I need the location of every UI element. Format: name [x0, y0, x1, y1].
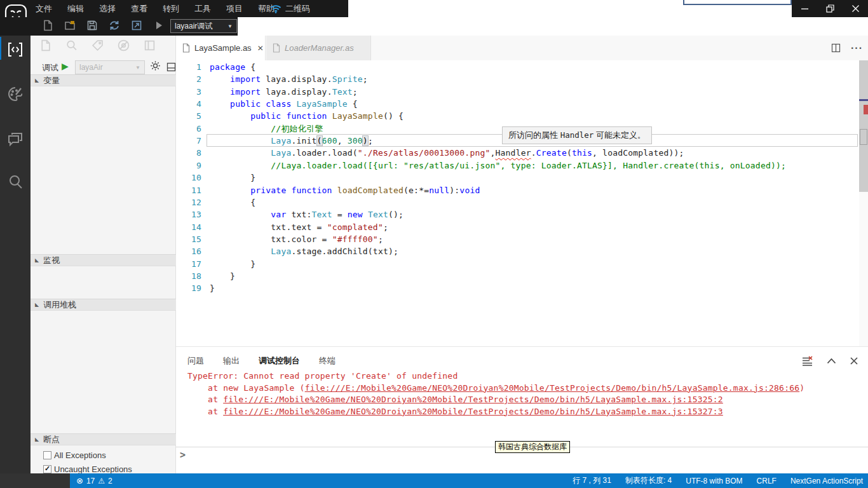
- run-config-dropdown[interactable]: layaair调试 ▼: [170, 19, 237, 33]
- code-line-16[interactable]: 16 Laya.stage.addChild(txt);: [176, 245, 859, 258]
- start-debug-button[interactable]: ▶: [62, 61, 69, 71]
- activity-item-design[interactable]: [0, 81, 31, 107]
- status-item-2[interactable]: UTF-8 with BOM: [686, 477, 742, 485]
- checkbox[interactable]: [43, 465, 51, 473]
- close-panel-icon[interactable]: [850, 357, 858, 365]
- sync-icon[interactable]: [109, 20, 120, 31]
- activity-item-search[interactable]: [0, 169, 31, 194]
- tab-close-icon[interactable]: ✕: [257, 44, 264, 53]
- line-number: 16: [176, 245, 201, 257]
- line-number: 15: [176, 233, 201, 245]
- floating-input-partial[interactable]: [683, 0, 792, 5]
- activity-bar: [0, 0, 31, 473]
- problems-status[interactable]: ⊗ 17 ⚠ 2: [76, 473, 112, 488]
- minimize-button[interactable]: [801, 4, 809, 13]
- panel-tab-2[interactable]: 调试控制台: [259, 355, 300, 367]
- scrollbar-thumb[interactable]: [859, 60, 868, 192]
- code-line-2[interactable]: 2 import laya.display.Sprite;: [176, 73, 859, 86]
- code-line-4[interactable]: 4 public class LayaSample {: [176, 98, 859, 111]
- debug-console-panel-icon[interactable]: [166, 62, 176, 72]
- twistie-icon: ◣: [35, 75, 39, 86]
- line-text: public function LayaSample() {: [210, 110, 403, 122]
- code-view-icon: [7, 41, 24, 58]
- code-line-11[interactable]: 11 private function loadComplated(e:*=nu…: [176, 184, 859, 197]
- file-icon: [39, 39, 51, 51]
- maximize-panel-icon[interactable]: [827, 358, 836, 364]
- panel-tab-3[interactable]: 终端: [319, 355, 336, 367]
- code-line-19[interactable]: 19}: [176, 282, 859, 295]
- code-line-9[interactable]: 9 //Laya.loader.load([{url: "res/atlas/u…: [176, 159, 859, 172]
- breakpoint-all-exceptions[interactable]: All Exceptions: [43, 449, 170, 461]
- activity-item-chat[interactable]: [0, 126, 31, 151]
- line-text: }: [210, 270, 235, 282]
- section-callstack[interactable]: ◣ 调用堆栈: [31, 299, 176, 311]
- line-text: public class LayaSample {: [210, 98, 358, 110]
- status-right-items: 行 7 , 列 31制表符长度: 4UTF-8 with BOMCRLFNext…: [573, 473, 863, 488]
- tab-loadermanager[interactable]: LoaderManager.as: [266, 36, 371, 60]
- console-line-3: at file:///E:/Mobile%20Game/NEO%20Droiya…: [187, 406, 855, 418]
- menu-item-4[interactable]: 转到: [163, 3, 179, 15]
- menu-item-2[interactable]: 选择: [99, 3, 116, 15]
- code-line-8[interactable]: 8 Laya.loader.load("./Res/atlas/00013000…: [176, 147, 859, 159]
- hover-text: 可能未定义。: [593, 130, 646, 140]
- tab-layasample[interactable]: LayaSample.as ✕: [176, 36, 266, 60]
- save-icon[interactable]: [86, 20, 98, 31]
- code-line-15[interactable]: 15 txt.color = "#ffff00";: [176, 233, 859, 246]
- menu-item-3[interactable]: 查看: [131, 3, 147, 15]
- section-label: 调用堆栈: [43, 300, 76, 309]
- menu-item-1[interactable]: 编辑: [67, 3, 84, 15]
- menu-item-6[interactable]: 项目: [226, 3, 243, 15]
- activity-item-code[interactable]: [0, 37, 31, 62]
- menu-item-5[interactable]: 工具: [194, 3, 211, 15]
- file-link[interactable]: file:///E:/Mobile%20Game/NEO%20Droiyan%2…: [305, 383, 800, 393]
- code-line-14[interactable]: 14 txt.text = "complated";: [176, 221, 859, 234]
- code-line-1[interactable]: 1package {: [176, 61, 859, 74]
- restore-button[interactable]: [826, 4, 834, 13]
- status-item-4[interactable]: NextGen ActionScript: [790, 477, 863, 485]
- split-editor-icon[interactable]: [831, 43, 841, 53]
- panel-tab-1[interactable]: 输出: [223, 355, 240, 367]
- code-line-13[interactable]: 13 var txt:Text = new Text();: [176, 208, 859, 221]
- qr-menu-item[interactable]: 二维码: [270, 0, 310, 17]
- editor-scrollbar[interactable]: [859, 60, 868, 346]
- line-number: 9: [176, 159, 201, 172]
- line-text: import laya.display.Text;: [210, 86, 358, 98]
- close-button[interactable]: [851, 4, 860, 13]
- repl-prompt[interactable]: >: [180, 449, 186, 461]
- section-variables[interactable]: ◣ 变量: [31, 74, 176, 86]
- menu-item-0[interactable]: 文件: [36, 3, 52, 15]
- file-link[interactable]: file:///E:/Mobile%20Game/NEO%20Droiyan%2…: [223, 395, 723, 404]
- code-line-18[interactable]: 18 }: [176, 270, 859, 283]
- file-link[interactable]: file:///E:/Mobile%20Game/NEO%20Droiyan%2…: [223, 407, 723, 416]
- code-line-5[interactable]: 5 public function LayaSample() {: [176, 110, 859, 123]
- status-item-3[interactable]: CRLF: [757, 477, 776, 485]
- overview-ruler-viewport-box: [860, 129, 867, 145]
- code-line-10[interactable]: 10 }: [176, 172, 859, 184]
- export-icon[interactable]: [131, 20, 142, 31]
- code-line-12[interactable]: 12 {: [176, 196, 859, 209]
- section-breakpoints[interactable]: ◣ 断点: [31, 433, 176, 445]
- line-number: 19: [176, 282, 201, 294]
- section-watch[interactable]: ◣ 监视: [31, 254, 176, 266]
- chat-icon: [7, 130, 24, 147]
- code-line-3[interactable]: 3 import laya.display.Text;: [176, 86, 859, 98]
- status-bar-dark-segment: [0, 473, 70, 488]
- line-number: 2: [176, 73, 201, 85]
- new-file-icon[interactable]: [42, 20, 53, 31]
- section-label: 断点: [43, 435, 60, 444]
- code-editor[interactable]: 1package {2 import laya.display.Sprite;3…: [176, 60, 859, 346]
- status-item-1[interactable]: 制表符长度: 4: [625, 475, 672, 486]
- debug-config-dropdown[interactable]: layaAir ▼: [75, 60, 145, 74]
- new-project-icon[interactable]: [64, 20, 76, 31]
- console-line-0: TypeError: Cannot read property 'Create'…: [187, 370, 855, 383]
- clear-console-icon[interactable]: [802, 356, 813, 366]
- code-line-17[interactable]: 17 }: [176, 258, 859, 271]
- configure-gear-icon[interactable]: [150, 60, 161, 71]
- more-actions-icon[interactable]: ···: [851, 43, 863, 54]
- status-item-0[interactable]: 行 7 , 列 31: [573, 475, 611, 486]
- line-text: }: [210, 258, 255, 270]
- panel-tab-0[interactable]: 问题: [187, 355, 204, 367]
- checkbox[interactable]: [43, 451, 51, 459]
- run-icon[interactable]: [153, 20, 165, 31]
- line-text: }: [210, 282, 215, 294]
